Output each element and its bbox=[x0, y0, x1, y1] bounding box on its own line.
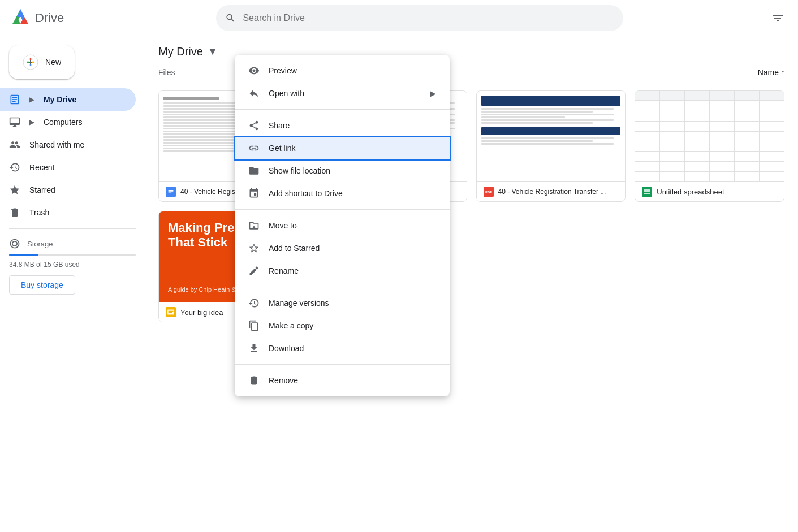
versions-icon bbox=[248, 297, 260, 309]
menu-share-label: Share bbox=[269, 121, 436, 130]
open-with-icon bbox=[248, 88, 260, 99]
menu-divider-1 bbox=[235, 109, 450, 110]
menu-item-open-with[interactable]: Open with ▶ bbox=[235, 82, 450, 105]
open-with-arrow-icon: ▶ bbox=[430, 89, 436, 98]
pencil-icon bbox=[248, 265, 260, 276]
menu-divider-2 bbox=[235, 209, 450, 210]
menu-get-link-label: Get link bbox=[269, 144, 436, 153]
menu-show-location-label: Show file location bbox=[269, 166, 436, 175]
menu-item-share[interactable]: Share bbox=[235, 114, 450, 137]
menu-item-download[interactable]: Download bbox=[235, 337, 450, 360]
menu-divider-3 bbox=[235, 287, 450, 287]
menu-item-preview[interactable]: Preview bbox=[235, 59, 450, 82]
context-menu-overlay[interactable]: Preview Open with ▶ Share bbox=[0, 0, 798, 532]
menu-download-label: Download bbox=[269, 344, 436, 353]
menu-remove-label: Remove bbox=[269, 376, 436, 385]
move-icon bbox=[248, 220, 260, 231]
menu-open-with-label: Open with bbox=[269, 89, 421, 98]
menu-item-make-copy[interactable]: Make a copy bbox=[235, 314, 450, 337]
menu-item-show-location[interactable]: Show file location bbox=[235, 159, 450, 182]
menu-item-move-to[interactable]: Move to bbox=[235, 214, 450, 237]
menu-add-starred-label: Add to Starred bbox=[269, 244, 436, 253]
menu-item-add-shortcut[interactable]: Add shortcut to Drive bbox=[235, 182, 450, 205]
remove-icon bbox=[248, 375, 260, 386]
menu-add-shortcut-label: Add shortcut to Drive bbox=[269, 189, 436, 198]
download-icon bbox=[248, 343, 260, 354]
share-icon bbox=[248, 120, 260, 131]
menu-item-manage-versions[interactable]: Manage versions bbox=[235, 292, 450, 314]
copy-icon bbox=[248, 320, 260, 331]
star-icon bbox=[248, 243, 260, 254]
eye-icon bbox=[248, 65, 260, 76]
menu-item-add-starred[interactable]: Add to Starred bbox=[235, 237, 450, 259]
menu-make-copy-label: Make a copy bbox=[269, 321, 436, 330]
menu-item-get-link[interactable]: Get link bbox=[235, 137, 450, 159]
link-icon bbox=[248, 142, 260, 154]
menu-manage-versions-label: Manage versions bbox=[269, 299, 436, 308]
shortcut-icon bbox=[248, 188, 260, 199]
menu-rename-label: Rename bbox=[269, 266, 436, 275]
menu-preview-label: Preview bbox=[269, 66, 436, 75]
menu-move-to-label: Move to bbox=[269, 221, 436, 230]
folder-icon bbox=[248, 165, 260, 176]
menu-item-rename[interactable]: Rename bbox=[235, 259, 450, 282]
menu-divider-4 bbox=[235, 364, 450, 365]
context-menu: Preview Open with ▶ Share bbox=[235, 55, 450, 396]
menu-item-remove[interactable]: Remove bbox=[235, 369, 450, 392]
